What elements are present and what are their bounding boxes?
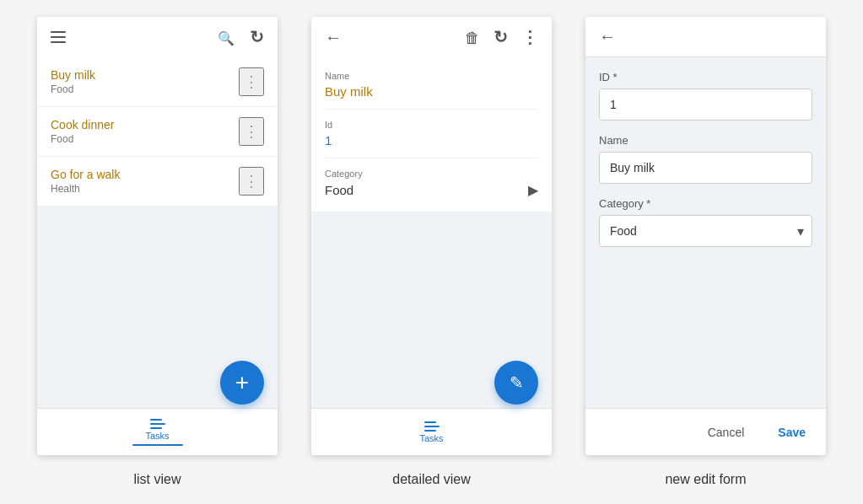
tasks-icon — [150, 419, 165, 429]
cancel-button[interactable]: Cancel — [701, 419, 752, 446]
category-form-label: Category * — [599, 197, 812, 210]
list-item-category: Health — [51, 183, 120, 195]
category-row[interactable]: Food — [325, 182, 538, 198]
refresh-button[interactable] — [490, 24, 511, 51]
edit-form-label: new edit form — [665, 472, 746, 487]
list-item-name: Cook dinner — [51, 118, 115, 131]
list-item-text: Buy milk Food — [51, 68, 95, 95]
detail-view-panel: Name Buy milk Id 1 Category Food — [311, 17, 552, 455]
edit-form-panel: ID * Name Category * Food Health Work Pe… — [585, 17, 826, 455]
list-item-category: Food — [51, 83, 95, 95]
more-icon — [521, 27, 538, 47]
name-form-field: Name — [599, 134, 812, 184]
category-select[interactable]: Food Health Work Personal — [599, 215, 812, 247]
list-item[interactable]: Buy milk Food ⋮ — [37, 57, 278, 107]
edit-bottom-bar: Cancel Save — [585, 408, 826, 455]
delete-button[interactable] — [461, 24, 483, 51]
refresh-icon — [494, 27, 508, 47]
item-more-button[interactable]: ⋮ — [239, 67, 264, 96]
tasks-nav-item[interactable]: Tasks — [132, 419, 183, 446]
divider — [325, 158, 538, 158]
list-item-text: Cook dinner Food — [51, 118, 115, 145]
list-view-wrapper: Buy milk Food ⋮ Cook dinner Food ⋮ Go fo — [37, 17, 278, 487]
tasks-nav-label: Tasks — [145, 431, 169, 441]
category-field-label: Category — [325, 169, 538, 179]
name-field-label: Name — [325, 71, 538, 81]
detail-view-label: detailed view — [392, 472, 471, 487]
list-toolbar — [37, 17, 278, 57]
more-vert-icon: ⋮ — [244, 173, 259, 190]
tasks-icon — [424, 421, 440, 432]
list-item[interactable]: Go for a walk Health ⋮ — [37, 157, 278, 206]
edit-content: ID * Name Category * Food Health Work Pe… — [585, 57, 826, 408]
list-content: Buy milk Food ⋮ Cook dinner Food ⋮ Go fo — [37, 57, 278, 408]
list-item-text: Go for a walk Health — [51, 168, 120, 195]
id-field-value: 1 — [325, 133, 538, 147]
list-item-name: Buy milk — [51, 68, 95, 82]
add-fab-button[interactable] — [220, 361, 264, 405]
edit-icon — [510, 373, 524, 393]
refresh-icon — [250, 27, 264, 47]
detail-toolbar — [311, 17, 552, 57]
hamburger-button[interactable] — [47, 28, 69, 46]
refresh-button[interactable] — [246, 24, 267, 51]
search-icon — [218, 28, 235, 47]
edit-toolbar — [585, 17, 826, 57]
list-view-panel: Buy milk Food ⋮ Cook dinner Food ⋮ Go fo — [37, 17, 278, 455]
hamburger-icon — [51, 31, 66, 43]
edit-form-wrapper: ID * Name Category * Food Health Work Pe… — [585, 17, 826, 487]
arrow-circle-right-icon — [528, 182, 538, 198]
name-field-value: Buy milk — [325, 84, 538, 99]
tasks-nav-label: Tasks — [419, 433, 443, 443]
trash-icon — [465, 28, 480, 47]
plus-icon — [235, 369, 249, 396]
item-more-button[interactable]: ⋮ — [239, 117, 264, 146]
toolbar-actions — [461, 24, 542, 51]
list-item[interactable]: Cook dinner Food ⋮ — [37, 107, 278, 157]
id-field-label: Id — [325, 120, 538, 130]
bottom-nav: Tasks — [311, 408, 552, 455]
divider — [325, 109, 538, 110]
item-more-button[interactable]: ⋮ — [239, 167, 264, 196]
more-button[interactable] — [518, 24, 542, 51]
list-item-name: Go for a walk — [51, 168, 120, 181]
id-input[interactable] — [599, 88, 812, 121]
nav-indicator — [132, 444, 183, 446]
more-vert-icon: ⋮ — [244, 123, 259, 140]
detail-view-wrapper: Name Buy milk Id 1 Category Food — [311, 17, 552, 487]
detail-card: Name Buy milk Id 1 Category Food — [311, 57, 552, 212]
more-vert-icon: ⋮ — [244, 73, 259, 90]
name-form-label: Name — [599, 134, 812, 147]
id-form-field: ID * — [599, 71, 812, 121]
category-field-value: Food — [325, 183, 353, 197]
save-button[interactable]: Save — [771, 419, 812, 446]
tasks-nav-item[interactable]: Tasks — [419, 421, 443, 443]
category-select-wrapper: Food Health Work Personal ▾ — [599, 215, 812, 247]
back-icon — [325, 28, 342, 47]
search-button[interactable] — [214, 24, 238, 51]
back-button[interactable] — [596, 24, 619, 50]
id-form-label: ID * — [599, 71, 812, 83]
back-button[interactable] — [321, 24, 345, 51]
list-view-label: list view — [133, 472, 181, 487]
list-item-category: Food — [51, 133, 115, 145]
bottom-nav: Tasks — [37, 408, 278, 455]
name-input[interactable] — [599, 152, 812, 184]
edit-fab-button[interactable] — [494, 361, 538, 405]
category-form-field: Category * Food Health Work Personal ▾ — [599, 197, 812, 247]
detail-content: Name Buy milk Id 1 Category Food — [311, 57, 552, 408]
back-icon — [599, 27, 616, 46]
